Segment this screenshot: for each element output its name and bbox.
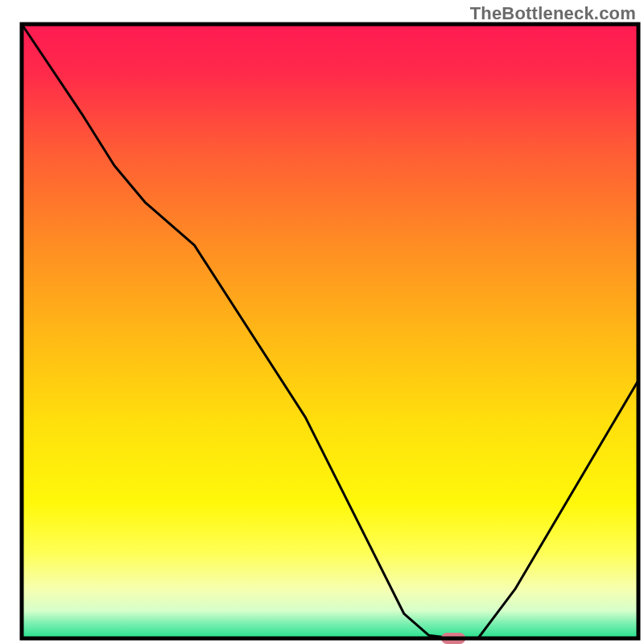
bottleneck-chart <box>0 0 644 644</box>
watermark-text: TheBottleneck.com <box>470 3 636 24</box>
plot-area <box>22 24 638 644</box>
chart-container: TheBottleneck.com <box>0 0 644 644</box>
gradient-background <box>22 24 638 638</box>
